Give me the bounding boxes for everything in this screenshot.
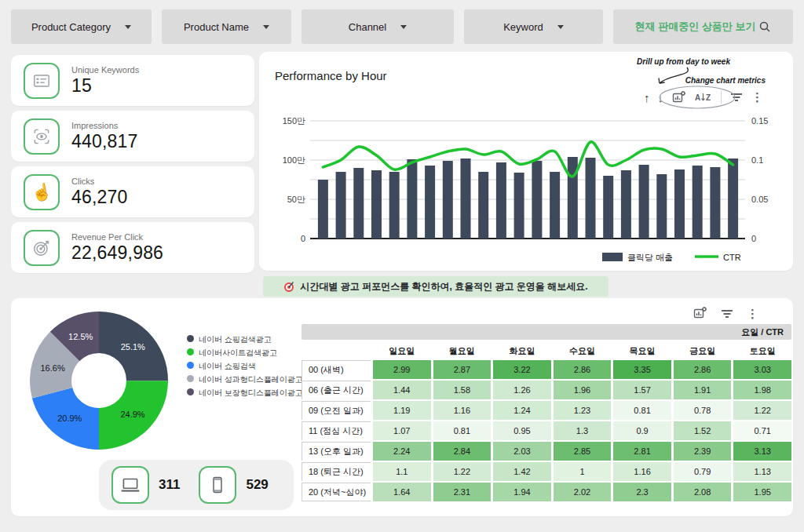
bottom-card: 25.1%24.9%20.9%16.6%12.5% 네이버 쇼핑검색광고 네이버… [11, 298, 793, 516]
legend-label: 네이버 쇼핑검색광고 [199, 334, 272, 344]
annotation-drill-up: Drill up from day to week [637, 57, 730, 66]
kebab-menu-icon[interactable]: ⋮ [751, 90, 763, 104]
heatmap-row-label: 09 (오전 일과) [302, 401, 371, 420]
svg-text:100만: 100만 [283, 155, 305, 165]
filter-dropdown-label: Product Name [184, 21, 249, 33]
heatmap-cell: 2.86 [554, 360, 612, 379]
donut-slice-label: 20.9% [57, 414, 82, 423]
heatmap-cell: 1 [554, 462, 612, 481]
heatmap-column-header: 목요일 [613, 343, 671, 359]
donut-legend-item: 네이버 성과형디스플레이광고 [187, 374, 309, 384]
heatmap-cell: 1.58 [433, 381, 492, 399]
kpi-card-revenue-per-click: Revenue Per Click 22,649,986 [11, 222, 254, 273]
heatmap-cell: 1.24 [493, 401, 551, 420]
kpi-value: 440,817 [71, 131, 138, 152]
device-count-mobile: 529 [199, 466, 268, 504]
filter-dropdown-1[interactable]: Product Name [162, 9, 291, 44]
legend-dot [187, 335, 194, 342]
hour-bar-line-chart[interactable]: 050만100만150만00.050.10.15클릭당 매출CTR [271, 113, 781, 268]
heatmap-cell: 1.94 [493, 483, 551, 501]
filter-icon[interactable] [720, 308, 734, 320]
filter-dropdown-2[interactable]: Channel [302, 9, 454, 44]
heatmap-cell: 0.81 [613, 401, 671, 420]
heatmap-cell: 1.26 [493, 381, 551, 399]
heatmap-cell: 1.52 [674, 421, 732, 440]
drill-down-arrow-icon[interactable]: ↓ [658, 92, 664, 104]
heatmap-cell: 3.22 [493, 360, 551, 379]
donut-legend-item: 네이버 쇼핑검색 [187, 361, 309, 371]
weekday-ctr-heatmap[interactable]: 일요일월요일화요일수요일목요일금요일토요일00 (새벽)2.992.873.22… [302, 343, 791, 501]
heatmap-column-header: 일요일 [373, 343, 431, 359]
kpi-value: 46,270 [71, 187, 128, 208]
svg-text:0: 0 [301, 234, 305, 243]
heatmap-cell: 0.78 [674, 401, 732, 420]
heatmap-cell: 3.03 [733, 360, 791, 379]
legend-dot [187, 348, 194, 355]
heatmap-cell: 1.57 [613, 381, 671, 399]
kpi-card-impressions: Impressions 440,817 [11, 111, 254, 162]
kpi-value: 15 [71, 75, 139, 97]
heatmap-cell: 1.64 [373, 483, 431, 501]
chart-settings-icon[interactable] [671, 90, 686, 105]
target-icon [283, 281, 295, 293]
filter-dropdown-label: Product Category [31, 21, 111, 33]
filter-dropdown-0[interactable]: Product Category [11, 9, 152, 44]
heatmap-cell: 2.03 [493, 442, 551, 461]
heatmap-cell: 2.99 [373, 360, 431, 379]
heatmap-column-header: 금요일 [674, 343, 732, 359]
kpi-cards: Unique Keywords 15 Impressions 440,817 ☝… [11, 55, 254, 278]
heatmap-row-label: 18 (퇴근 시간) [302, 462, 371, 481]
heatmap-row-label: 11 (점심 시간) [302, 421, 371, 440]
performance-chart-card: Performance by Hour Drill up from day to… [259, 52, 793, 271]
heatmap-cell: 1.3 [554, 421, 612, 440]
heatmap-column-header: 수요일 [554, 343, 612, 359]
heatmap-column-header: 화요일 [493, 343, 551, 359]
device-counts: 311 529 [99, 460, 294, 510]
heatmap-cell: 3.13 [733, 442, 791, 461]
chevron-down-icon [263, 25, 269, 29]
heatmap-cell: 1.22 [433, 462, 492, 481]
heatmap-cell: 1.19 [373, 401, 431, 420]
heatmap-cell: 1.98 [733, 381, 791, 399]
device-count-value: 529 [246, 477, 268, 493]
donut-slice-label: 12.5% [68, 332, 93, 341]
svg-text:A: A [695, 93, 700, 102]
sort-az-icon[interactable]: A Z [694, 90, 713, 104]
kpi-label: Impressions [71, 121, 138, 130]
donut-slice-label: 25.1% [121, 342, 145, 352]
heatmap-cell: 2.87 [433, 360, 492, 379]
heatmap-cell: 2.3 [613, 483, 671, 501]
filter-dropdown-label: Channel [349, 21, 386, 33]
magnifier-icon [758, 20, 771, 33]
heatmap-cell: 2.85 [554, 442, 612, 461]
heatmap-cell: 2.31 [433, 483, 492, 501]
kpi-card-clicks: ☝ Clicks 46,270 [11, 166, 254, 217]
legend-dot [187, 362, 194, 369]
kpi-label: Revenue Per Click [71, 232, 163, 242]
heatmap-cell: 2.39 [674, 442, 732, 461]
active-products-button[interactable]: 현재 판매중인 상품만 보기 [613, 9, 793, 44]
heatmap-cell: 1.96 [554, 381, 612, 399]
heatmap-cell: 1.23 [554, 401, 612, 420]
kebab-menu-icon[interactable]: ⋮ [747, 307, 758, 321]
filter-bar: Product Category Product Name Channel Ke… [11, 9, 793, 44]
chevron-down-icon [557, 25, 564, 29]
heatmap-cell: 1.95 [733, 483, 791, 501]
filter-icon[interactable] [729, 91, 744, 104]
svg-text:0.15: 0.15 [751, 116, 768, 126]
heatmap-cell: 0.81 [433, 421, 492, 440]
chart-settings-icon[interactable] [693, 306, 707, 321]
heatmap-cell: 2.08 [674, 483, 732, 501]
legend-dot [187, 388, 194, 395]
svg-text:0: 0 [751, 234, 756, 243]
heatmap-cell: 0.71 [733, 421, 791, 440]
heatmap-column-header: 토요일 [733, 343, 791, 359]
heatmap-cell: 1.1 [373, 462, 431, 481]
heatmap-cell: 0.95 [493, 421, 551, 440]
filter-dropdown-3[interactable]: Keyword [464, 9, 603, 44]
donut-legend-item: 네이버사이트검색광고 [187, 348, 309, 358]
drill-up-arrow-icon[interactable]: ↑ [644, 92, 650, 104]
heatmap-cell: 2.24 [373, 442, 431, 461]
svg-text:150만: 150만 [283, 116, 305, 126]
channel-donut-chart[interactable]: 25.1%24.9%20.9%16.6%12.5% [16, 298, 181, 463]
